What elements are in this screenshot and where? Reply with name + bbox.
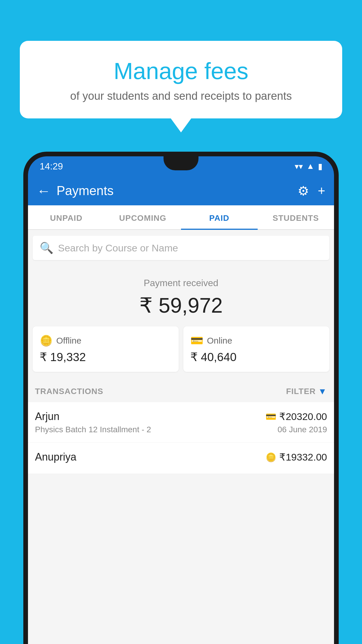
wifi-icon: ▾▾ (295, 162, 303, 171)
status-bar: 14:29 ▾▾ ▲ ▮ (28, 156, 334, 176)
back-arrow-icon[interactable]: ← (37, 183, 51, 199)
tab-students[interactable]: STUDENTS (258, 205, 334, 229)
transaction-name: Arjun (35, 410, 59, 423)
manage-fees-title: Manage fees (37, 58, 325, 84)
offline-payment-card: 🪙 Offline ₹ 19,332 (33, 326, 179, 372)
online-amount: ₹ 40,640 (190, 350, 322, 364)
tab-upcoming[interactable]: UPCOMING (105, 205, 181, 229)
app-bar-title: Payments (57, 183, 298, 198)
transaction-row[interactable]: Anupriya 🪙 ₹19332.00 (28, 443, 334, 474)
offline-label: Offline (56, 336, 81, 346)
online-payment-card: 💳 Online ₹ 40,640 (183, 326, 329, 372)
card-payment-icon: 💳 (266, 412, 276, 422)
transaction-amount: 🪙 ₹19332.00 (266, 451, 327, 463)
notch (164, 156, 198, 170)
filter-icon: ▼ (318, 386, 327, 396)
search-bar[interactable]: 🔍 Search by Course or Name (33, 236, 329, 260)
tab-paid[interactable]: PAID (181, 205, 258, 229)
status-icons: ▾▾ ▲ ▮ (295, 162, 322, 171)
speech-bubble-container: Manage fees of your students and send re… (20, 41, 342, 118)
tabs-bar: UNPAID UPCOMING PAID STUDENTS (28, 205, 334, 230)
cash-payment-icon: 🪙 (266, 452, 276, 462)
transactions-label: TRANSACTIONS (35, 387, 103, 396)
status-time: 14:29 (40, 161, 63, 172)
payment-cards: 🪙 Offline ₹ 19,332 💳 Online ₹ 40,640 (28, 326, 334, 381)
transaction-amount-value: ₹20320.00 (279, 411, 327, 422)
transaction-amount: 💳 ₹20320.00 (266, 411, 327, 422)
payment-received-label: Payment received (34, 278, 328, 288)
offline-amount: ₹ 19,332 (40, 350, 172, 364)
online-card-header: 💳 Online (190, 335, 322, 347)
transaction-top: Anupriya 🪙 ₹19332.00 (35, 451, 327, 463)
transaction-date: 06 June 2019 (277, 425, 327, 434)
online-payment-icon: 💳 (190, 335, 203, 347)
transaction-row[interactable]: Arjun 💳 ₹20320.00 Physics Batch 12 Insta… (28, 402, 334, 443)
transaction-amount-value: ₹19332.00 (279, 451, 327, 463)
tab-unpaid[interactable]: UNPAID (28, 205, 105, 229)
offline-card-header: 🪙 Offline (40, 335, 172, 347)
online-label: Online (207, 336, 232, 346)
phone-inner: 14:29 ▾▾ ▲ ▮ ← Payments ⚙ + UNPAID UPC (28, 156, 334, 644)
transaction-name: Anupriya (35, 451, 76, 463)
app-bar-actions: ⚙ + (298, 183, 325, 198)
transaction-bottom: Physics Batch 12 Installment - 2 06 June… (35, 425, 327, 434)
filter-label: FILTER (286, 387, 316, 396)
settings-icon[interactable]: ⚙ (298, 183, 309, 198)
payment-received-section: Payment received ₹ 59,972 (28, 266, 334, 326)
phone-frame: 14:29 ▾▾ ▲ ▮ ← Payments ⚙ + UNPAID UPC (23, 152, 339, 644)
transaction-top: Arjun 💳 ₹20320.00 (35, 410, 327, 423)
content-area: 🔍 Search by Course or Name Payment recei… (28, 230, 334, 644)
filter-button[interactable]: FILTER ▼ (286, 386, 327, 396)
offline-payment-icon: 🪙 (40, 335, 53, 347)
phone-screen: 14:29 ▾▾ ▲ ▮ ← Payments ⚙ + UNPAID UPC (28, 156, 334, 644)
battery-icon: ▮ (318, 162, 322, 171)
add-icon[interactable]: + (318, 183, 325, 198)
transactions-header: TRANSACTIONS FILTER ▼ (28, 381, 334, 402)
app-bar: ← Payments ⚙ + (28, 176, 334, 205)
search-icon: 🔍 (40, 242, 53, 254)
manage-fees-subtitle: of your students and send receipts to pa… (37, 90, 325, 102)
transaction-course: Physics Batch 12 Installment - 2 (35, 425, 151, 434)
payment-received-amount: ₹ 59,972 (34, 293, 328, 318)
signal-icon: ▲ (306, 162, 314, 171)
speech-bubble: Manage fees of your students and send re… (20, 41, 342, 118)
search-placeholder: Search by Course or Name (58, 242, 178, 254)
